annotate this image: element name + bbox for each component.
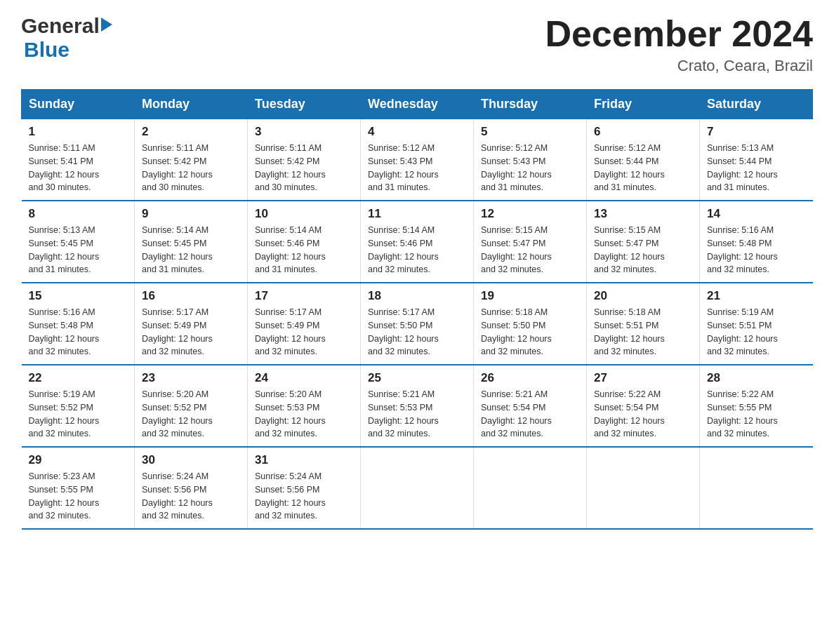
day-info: Sunrise: 5:12 AM Sunset: 5:44 PM Dayligh… bbox=[594, 142, 692, 194]
day-number: 22 bbox=[29, 371, 128, 385]
day-info: Sunrise: 5:15 AM Sunset: 5:47 PM Dayligh… bbox=[481, 224, 579, 276]
logo-line-general: General bbox=[21, 14, 112, 38]
calendar-cell: 24 Sunrise: 5:20 AM Sunset: 5:53 PM Dayl… bbox=[248, 365, 361, 447]
day-info: Sunrise: 5:15 AM Sunset: 5:47 PM Dayligh… bbox=[594, 224, 692, 276]
calendar-cell: 10 Sunrise: 5:14 AM Sunset: 5:46 PM Dayl… bbox=[248, 201, 361, 283]
day-info: Sunrise: 5:17 AM Sunset: 5:49 PM Dayligh… bbox=[142, 306, 240, 358]
header-thursday: Thursday bbox=[474, 90, 587, 119]
calendar-cell bbox=[700, 447, 813, 529]
day-number: 5 bbox=[481, 125, 579, 139]
day-number: 2 bbox=[142, 125, 240, 139]
calendar-cell: 22 Sunrise: 5:19 AM Sunset: 5:52 PM Dayl… bbox=[22, 365, 135, 447]
day-number: 23 bbox=[142, 371, 240, 385]
calendar-cell: 27 Sunrise: 5:22 AM Sunset: 5:54 PM Dayl… bbox=[587, 365, 700, 447]
day-number: 14 bbox=[707, 207, 806, 221]
calendar-cell: 25 Sunrise: 5:21 AM Sunset: 5:53 PM Dayl… bbox=[361, 365, 474, 447]
calendar-cell: 9 Sunrise: 5:14 AM Sunset: 5:45 PM Dayli… bbox=[135, 201, 248, 283]
day-number: 24 bbox=[255, 371, 353, 385]
calendar-cell: 15 Sunrise: 5:16 AM Sunset: 5:48 PM Dayl… bbox=[22, 283, 135, 365]
calendar-cell bbox=[587, 447, 700, 529]
day-info: Sunrise: 5:21 AM Sunset: 5:54 PM Dayligh… bbox=[481, 388, 579, 441]
calendar-cell: 19 Sunrise: 5:18 AM Sunset: 5:50 PM Dayl… bbox=[474, 283, 587, 365]
calendar-cell: 7 Sunrise: 5:13 AM Sunset: 5:44 PM Dayli… bbox=[700, 119, 813, 201]
calendar-body: 1 Sunrise: 5:11 AM Sunset: 5:41 PM Dayli… bbox=[22, 119, 813, 530]
day-info: Sunrise: 5:24 AM Sunset: 5:56 PM Dayligh… bbox=[255, 470, 353, 523]
calendar-cell: 23 Sunrise: 5:20 AM Sunset: 5:52 PM Dayl… bbox=[135, 365, 248, 447]
day-number: 11 bbox=[368, 207, 466, 221]
day-info: Sunrise: 5:19 AM Sunset: 5:51 PM Dayligh… bbox=[707, 306, 806, 358]
day-number: 29 bbox=[29, 453, 128, 467]
header-tuesday: Tuesday bbox=[248, 90, 361, 119]
day-info: Sunrise: 5:21 AM Sunset: 5:53 PM Dayligh… bbox=[368, 388, 466, 441]
calendar-cell: 21 Sunrise: 5:19 AM Sunset: 5:51 PM Dayl… bbox=[700, 283, 813, 365]
logo-line-blue: Blue bbox=[21, 38, 70, 62]
calendar-cell: 12 Sunrise: 5:15 AM Sunset: 5:47 PM Dayl… bbox=[474, 201, 587, 283]
day-number: 31 bbox=[255, 453, 353, 467]
day-info: Sunrise: 5:12 AM Sunset: 5:43 PM Dayligh… bbox=[481, 142, 579, 194]
header-sunday: Sunday bbox=[22, 90, 135, 119]
day-number: 7 bbox=[707, 125, 806, 139]
day-number: 25 bbox=[368, 371, 466, 385]
day-number: 30 bbox=[142, 453, 240, 467]
day-number: 21 bbox=[707, 289, 806, 303]
calendar-cell: 6 Sunrise: 5:12 AM Sunset: 5:44 PM Dayli… bbox=[587, 119, 700, 201]
day-info: Sunrise: 5:20 AM Sunset: 5:53 PM Dayligh… bbox=[255, 388, 353, 441]
day-info: Sunrise: 5:12 AM Sunset: 5:43 PM Dayligh… bbox=[368, 142, 466, 194]
day-info: Sunrise: 5:24 AM Sunset: 5:56 PM Dayligh… bbox=[142, 470, 240, 523]
calendar-cell: 29 Sunrise: 5:23 AM Sunset: 5:55 PM Dayl… bbox=[22, 447, 135, 529]
title-area: December 2024 Crato, Ceara, Brazil bbox=[545, 14, 813, 75]
calendar-header: Sunday Monday Tuesday Wednesday Thursday… bbox=[22, 90, 813, 119]
calendar-cell: 26 Sunrise: 5:21 AM Sunset: 5:54 PM Dayl… bbox=[474, 365, 587, 447]
day-number: 10 bbox=[255, 207, 353, 221]
logo-blue-text: Blue bbox=[24, 38, 70, 62]
day-number: 6 bbox=[594, 125, 692, 139]
logo-triangle-icon bbox=[101, 18, 112, 34]
day-info: Sunrise: 5:11 AM Sunset: 5:41 PM Dayligh… bbox=[29, 142, 128, 194]
calendar-cell: 1 Sunrise: 5:11 AM Sunset: 5:41 PM Dayli… bbox=[22, 119, 135, 201]
header-friday: Friday bbox=[587, 90, 700, 119]
day-number: 16 bbox=[142, 289, 240, 303]
day-info: Sunrise: 5:20 AM Sunset: 5:52 PM Dayligh… bbox=[142, 388, 240, 441]
calendar-cell: 17 Sunrise: 5:17 AM Sunset: 5:49 PM Dayl… bbox=[248, 283, 361, 365]
header-monday: Monday bbox=[135, 90, 248, 119]
calendar-cell: 8 Sunrise: 5:13 AM Sunset: 5:45 PM Dayli… bbox=[22, 201, 135, 283]
day-info: Sunrise: 5:22 AM Sunset: 5:55 PM Dayligh… bbox=[707, 388, 806, 441]
day-info: Sunrise: 5:11 AM Sunset: 5:42 PM Dayligh… bbox=[255, 142, 353, 194]
day-number: 3 bbox=[255, 125, 353, 139]
day-info: Sunrise: 5:16 AM Sunset: 5:48 PM Dayligh… bbox=[29, 306, 128, 358]
calendar-cell: 28 Sunrise: 5:22 AM Sunset: 5:55 PM Dayl… bbox=[700, 365, 813, 447]
calendar-week-4: 22 Sunrise: 5:19 AM Sunset: 5:52 PM Dayl… bbox=[22, 365, 813, 447]
day-number: 18 bbox=[368, 289, 466, 303]
day-info: Sunrise: 5:18 AM Sunset: 5:50 PM Dayligh… bbox=[481, 306, 579, 358]
calendar-week-5: 29 Sunrise: 5:23 AM Sunset: 5:55 PM Dayl… bbox=[22, 447, 813, 529]
calendar-cell bbox=[474, 447, 587, 529]
day-info: Sunrise: 5:14 AM Sunset: 5:46 PM Dayligh… bbox=[255, 224, 353, 276]
calendar-title: December 2024 bbox=[545, 14, 813, 54]
header-row: Sunday Monday Tuesday Wednesday Thursday… bbox=[22, 90, 813, 119]
day-number: 8 bbox=[29, 207, 128, 221]
calendar-week-1: 1 Sunrise: 5:11 AM Sunset: 5:41 PM Dayli… bbox=[22, 119, 813, 201]
calendar-subtitle: Crato, Ceara, Brazil bbox=[545, 57, 813, 75]
day-info: Sunrise: 5:22 AM Sunset: 5:54 PM Dayligh… bbox=[594, 388, 692, 441]
calendar-week-2: 8 Sunrise: 5:13 AM Sunset: 5:45 PM Dayli… bbox=[22, 201, 813, 283]
calendar-cell: 4 Sunrise: 5:12 AM Sunset: 5:43 PM Dayli… bbox=[361, 119, 474, 201]
day-number: 1 bbox=[29, 125, 128, 139]
day-number: 4 bbox=[368, 125, 466, 139]
day-number: 20 bbox=[594, 289, 692, 303]
header-wednesday: Wednesday bbox=[361, 90, 474, 119]
day-info: Sunrise: 5:23 AM Sunset: 5:55 PM Dayligh… bbox=[29, 470, 128, 523]
calendar-table: Sunday Monday Tuesday Wednesday Thursday… bbox=[21, 89, 813, 530]
calendar-cell bbox=[361, 447, 474, 529]
day-info: Sunrise: 5:14 AM Sunset: 5:46 PM Dayligh… bbox=[368, 224, 466, 276]
day-number: 9 bbox=[142, 207, 240, 221]
logo: General Blue bbox=[21, 14, 112, 62]
calendar-cell: 2 Sunrise: 5:11 AM Sunset: 5:42 PM Dayli… bbox=[135, 119, 248, 201]
day-number: 26 bbox=[481, 371, 579, 385]
day-number: 13 bbox=[594, 207, 692, 221]
calendar-week-3: 15 Sunrise: 5:16 AM Sunset: 5:48 PM Dayl… bbox=[22, 283, 813, 365]
calendar-cell: 14 Sunrise: 5:16 AM Sunset: 5:48 PM Dayl… bbox=[700, 201, 813, 283]
day-number: 15 bbox=[29, 289, 128, 303]
day-info: Sunrise: 5:13 AM Sunset: 5:45 PM Dayligh… bbox=[29, 224, 128, 276]
day-info: Sunrise: 5:18 AM Sunset: 5:51 PM Dayligh… bbox=[594, 306, 692, 358]
day-info: Sunrise: 5:19 AM Sunset: 5:52 PM Dayligh… bbox=[29, 388, 128, 441]
